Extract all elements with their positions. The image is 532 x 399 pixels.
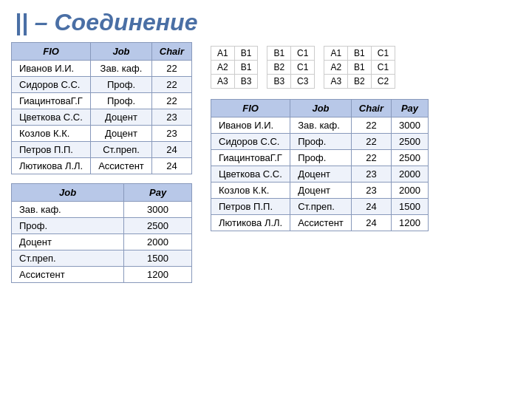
page-title: || – Соединение [0, 0, 532, 42]
table-row: Козлов К.К.Доцент232000 [211, 183, 429, 199]
list-item: A1B1C1 [324, 47, 395, 61]
list-item: A3B2C2 [324, 75, 395, 89]
table-row: Петров П.П.Ст.преп.241500 [211, 199, 429, 215]
table-row: Ассистент1200 [12, 267, 192, 283]
table-row: Лютикова Л.Л.Ассистент24 [12, 158, 192, 174]
table-row: Лютикова Л.Л.Ассистент241200 [211, 215, 429, 231]
sets-area: A1B1A2B1A3B3 B1C1B2C1B3C3 A1B1C1A2B1C1A3… [211, 46, 429, 89]
table-row: Сидоров С.С.Проф.222500 [211, 134, 429, 150]
table-row: Доцент2000 [12, 234, 192, 250]
table-row: Иванов И.И.Зав. каф.22 [12, 61, 192, 77]
table-row: Зав. каф.3000 [12, 202, 192, 218]
table-row: Петров П.П.Ст.преп.24 [12, 142, 192, 158]
table-row: Иванов И.И.Зав. каф.223000 [211, 117, 429, 134]
result-table: FIOJobChairPay Иванов И.И.Зав. каф.22300… [211, 99, 429, 231]
table-row: ГиацинтоваГ.ГПроф.22 [12, 93, 192, 109]
set2-table: B1C1B2C1B3C3 [267, 46, 315, 89]
job-pay-table: JobPay Зав. каф.3000Проф.2500Доцент2000С… [11, 183, 192, 283]
table-row: Козлов К.К.Доцент23 [12, 126, 192, 142]
set1-table: A1B1A2B1A3B3 [211, 46, 258, 89]
table-row: ГиацинтоваГ.ГПроф.222500 [211, 150, 429, 166]
table-row: Сидоров С.С.Проф.22 [12, 77, 192, 93]
table-row: Цветкова С.С.Доцент232000 [211, 166, 429, 183]
list-item: A1B1 [211, 47, 258, 61]
table-row: Проф.2500 [12, 218, 192, 234]
list-item: A2B1 [211, 61, 258, 75]
table-row: Ст.преп.1500 [12, 250, 192, 267]
list-item: A2B1C1 [324, 61, 395, 75]
list-item: B2C1 [267, 61, 315, 75]
list-item: B3C3 [267, 75, 315, 89]
table-row: Цветкова С.С.Доцент23 [12, 109, 192, 126]
set3-table: A1B1C1A2B1C1A3B2C2 [324, 46, 395, 89]
list-item: A3B3 [211, 75, 258, 89]
fio-job-chair-table: FIOJobChair Иванов И.И.Зав. каф.22Сидоро… [11, 42, 192, 174]
list-item: B1C1 [267, 47, 315, 61]
